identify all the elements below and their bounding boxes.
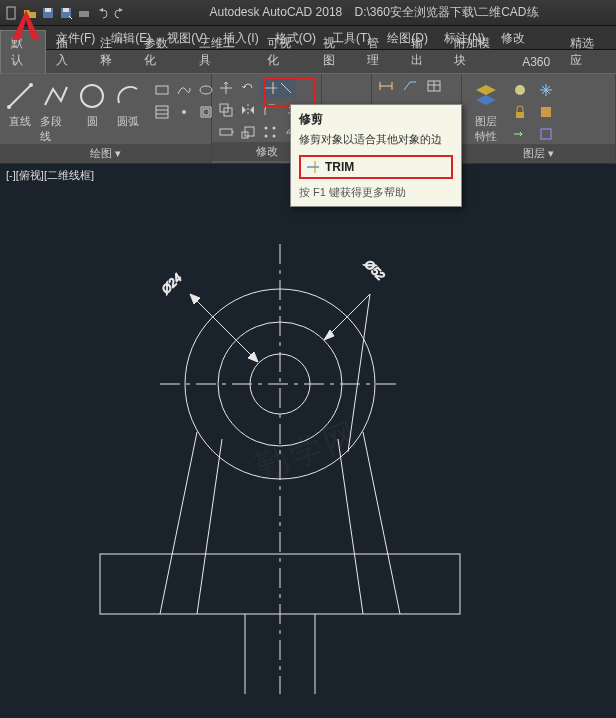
file-path: D:\360安全浏览器下载\二维CAD练 [354,5,538,19]
tab-featured[interactable]: 精选应 [560,31,616,73]
polyline-button[interactable]: 多段线 [40,76,72,144]
title-bar: Autodesk AutoCAD 2018 D:\360安全浏览器下载\二维CA… [0,0,616,26]
tooltip-desc: 修剪对象以适合其他对象的边 [299,132,453,147]
svg-point-15 [182,110,186,114]
tab-insert[interactable]: 插入 [46,31,90,73]
line-icon [4,80,36,112]
circle-label: 圆 [87,114,98,129]
svg-rect-12 [156,106,168,118]
svg-line-46 [363,432,400,614]
ribbon-tab-strip: 默认 插入 注释 参数化 三维工具 可视化 视图 管理 输出 附加模块 A360… [0,50,616,74]
drawing-viewport[interactable]: Ø24 Ø52 勤学网 [0,184,616,718]
layer-freeze-icon[interactable] [536,80,556,100]
hatch-icon[interactable] [152,102,172,122]
svg-line-52 [190,294,258,362]
tooltip-cmd: TRIM [325,160,354,174]
layers-icon [470,80,502,112]
svg-point-25 [273,127,276,130]
layer-iso-icon[interactable] [536,124,556,144]
panel-draw-title[interactable]: 绘图 ▾ [0,144,211,163]
svg-rect-36 [541,107,551,117]
svg-line-47 [197,439,222,614]
rotate-icon[interactable] [238,78,258,98]
svg-point-34 [515,85,525,95]
plot-icon[interactable] [76,5,92,21]
line-label: 直线 [9,114,31,129]
tab-visualize[interactable]: 可视化 [257,31,313,73]
tab-manage[interactable]: 管理 [357,31,401,73]
saveas-icon[interactable] [58,5,74,21]
mirror-icon[interactable] [238,100,258,120]
table-icon[interactable] [424,76,444,96]
polyline-label: 多段线 [40,114,72,144]
circle-button[interactable]: 圆 [76,76,108,129]
tab-parametric[interactable]: 参数化 [134,31,190,73]
svg-rect-35 [516,112,524,118]
tab-output[interactable]: 输出 [401,31,445,73]
copy-icon[interactable] [216,100,236,120]
move-icon[interactable] [216,78,236,98]
panel-layers: 图层 特性 图层 ▾ [462,74,616,163]
svg-point-11 [200,86,212,94]
dim-24: Ø24 [158,271,185,298]
layer-small-tools [510,80,560,144]
svg-rect-4 [63,8,69,12]
tooltip-command-highlight: TRIM [299,155,453,179]
app-logo[interactable] [6,6,46,46]
svg-point-27 [273,135,276,138]
app-name: Autodesk AutoCAD 2018 [209,5,342,19]
panel-draw: 直线 多段线 圆 圆弧 绘图 ▾ [0,74,212,163]
array-icon[interactable] [260,122,280,142]
arc-button[interactable]: 圆弧 [112,76,144,129]
layer-color-icon[interactable] [536,102,556,122]
scale-icon[interactable] [238,122,258,142]
svg-point-24 [265,127,268,130]
window-title: Autodesk AutoCAD 2018 D:\360安全浏览器下载\二维CA… [136,4,612,21]
svg-line-45 [160,432,197,614]
panel-layers-title[interactable]: 图层 ▾ [462,144,615,163]
layer-props-button[interactable]: 图层 特性 [466,76,506,144]
leader-icon[interactable] [400,76,420,96]
arc-label: 圆弧 [117,114,139,129]
arc-icon [112,80,144,112]
svg-line-18 [281,83,291,93]
tab-3dtools[interactable]: 三维工具 [189,31,257,73]
undo-icon[interactable] [94,5,110,21]
svg-rect-10 [156,86,168,94]
svg-rect-37 [541,129,551,139]
dim-52: Ø52 [361,256,388,283]
trim-button[interactable] [260,78,296,98]
redo-icon[interactable] [112,5,128,21]
layer-lock-icon[interactable] [510,102,530,122]
circle-icon [76,80,108,112]
svg-point-26 [265,135,268,138]
layer-off-icon[interactable] [510,80,530,100]
fillet-icon[interactable] [260,100,280,120]
cad-drawing: Ø24 Ø52 [0,184,616,718]
tooltip-title: 修剪 [299,111,453,128]
spline-icon[interactable] [174,80,194,100]
line-button[interactable]: 直线 [4,76,36,129]
trim-cmd-icon [305,159,321,175]
draw-small-tools [152,80,216,122]
dim-icon[interactable] [376,76,396,96]
tab-view[interactable]: 视图 [313,31,357,73]
svg-line-6 [9,85,31,107]
tab-a360[interactable]: A360 [512,51,560,73]
stretch-icon[interactable] [216,122,236,142]
svg-point-9 [81,85,103,107]
trim-tooltip: 修剪 修剪对象以适合其他对象的边 TRIM 按 F1 键获得更多帮助 [290,104,462,207]
polyline-icon [40,80,72,112]
svg-point-8 [29,83,33,87]
svg-line-57 [348,294,370,452]
layer-props-label: 图层 特性 [475,114,497,144]
svg-line-48 [338,439,363,614]
tooltip-help: 按 F1 键获得更多帮助 [299,185,453,200]
tab-annotate[interactable]: 注释 [90,31,134,73]
layer-match-icon[interactable] [510,124,530,144]
rect-icon[interactable] [152,80,172,100]
tab-addons[interactable]: 附加模块 [444,31,512,73]
svg-rect-21 [220,129,232,135]
point-icon[interactable] [174,102,194,122]
svg-point-7 [7,105,11,109]
